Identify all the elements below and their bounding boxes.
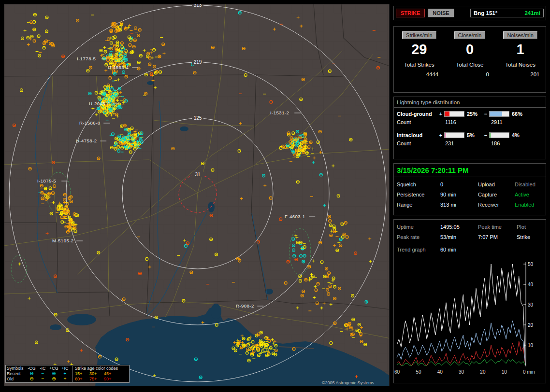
svg-text:60: 60 — [394, 369, 400, 375]
noises-rate-value: 1 — [517, 42, 524, 57]
cloud-ground-label: Cloud-ground — [397, 111, 438, 117]
total-noises-label: Total Noises — [505, 62, 536, 68]
close-per-min-label: Close/min — [454, 31, 486, 39]
svg-text:I-1879-5: I-1879-5 — [37, 178, 56, 183]
total-noises-value: 201 — [495, 71, 546, 77]
cg-minus-count: 2911 — [491, 119, 503, 125]
svg-text:R-1586-8: R-1586-8 — [79, 120, 101, 126]
bearing-label: Bng 151° — [474, 10, 497, 16]
control-bar: STRIKE NOISE Bng 151° 241mi — [393, 6, 546, 20]
age-90: 90+ — [104, 377, 118, 382]
old-cg-plus-icon: ⊕ — [48, 377, 59, 382]
datetime-display: 3/15/2026 7:20:11 PM — [394, 164, 546, 177]
bearing-value: 241mi — [524, 10, 540, 16]
close-rate-value: 0 — [466, 42, 474, 57]
trend-header-row: Trend graph 60 min — [394, 247, 546, 252]
svg-text:50: 50 — [528, 262, 534, 267]
ic-plus-pct: 5% — [465, 132, 483, 138]
uptime-value: 1495:05 — [440, 224, 478, 230]
total-strikes-label: Total Strikes — [404, 62, 434, 68]
map-legend: Symbols -CG -IC +CG +IC Recent ⊖ − ⊕ + O… — [5, 365, 130, 383]
svg-text:U-2045-2: U-2045-2 — [89, 101, 110, 106]
upload-value: Disabled — [515, 182, 536, 187]
status-row: Squelch 0 Upload Disabled — [394, 182, 546, 187]
peak-time-value: 7:07 PM — [478, 234, 517, 240]
intracloud-row: Intracloud + 5% − 4% — [394, 132, 546, 138]
map-canvas: 31321912531I-1778-5U-4563-4U-2045-2R-158… — [4, 4, 390, 386]
legend-symbols: Symbols -CG -IC +CG +IC Recent ⊖ − ⊕ + O… — [7, 366, 72, 382]
trend-window-value: 60 min — [440, 247, 478, 252]
distribution-panel: Lightning type distribution Cloud-ground… — [393, 97, 546, 159]
total-close-value: 0 — [445, 71, 495, 77]
svg-text:40: 40 — [528, 282, 534, 287]
ic-minus-bar — [489, 132, 509, 138]
svg-text:313: 313 — [194, 4, 202, 8]
svg-text:20: 20 — [480, 369, 486, 375]
session-panel: Uptime 1495:05 Peak time Plot Peak rate … — [393, 219, 546, 383]
age-15: 15+ — [75, 371, 89, 377]
svg-text:50: 50 — [416, 369, 421, 375]
status-panel: 3/15/2026 7:20:11 PM Squelch 0 Upload Di… — [393, 163, 546, 215]
strikes-column: Strikes/min 29 Total Strikes 4444 — [394, 31, 445, 92]
receiver-value: Enabled — [515, 202, 534, 208]
svg-text:F-4603-1: F-4603-1 — [285, 214, 305, 219]
ic-minus-pct: 4% — [510, 132, 528, 138]
bearing-display: Bng 151° 241mi — [470, 9, 544, 17]
strike-map[interactable]: 31321912531I-1778-5U-4563-4U-2045-2R-158… — [4, 4, 390, 386]
noises-per-min-label: Noises/min — [503, 31, 537, 39]
svg-text:U-4563-4: U-4563-4 — [108, 65, 129, 70]
peak-rate-label: Peak rate — [397, 234, 440, 240]
strike-button[interactable]: STRIKE — [396, 9, 425, 17]
svg-text:10: 10 — [528, 343, 534, 348]
svg-text:0 min: 0 min — [523, 369, 535, 375]
strikes-per-min-label: Strikes/min — [402, 31, 436, 39]
trend-graph-label: Trend graph — [397, 247, 440, 252]
plus-sign: + — [438, 111, 443, 117]
copyright-text: ©2005 Astrogenic Systems — [322, 380, 374, 385]
stats-panel: Strikes/min 29 Total Strikes 4444 Close/… — [393, 26, 546, 93]
cg-plus-pct: 25% — [465, 111, 483, 117]
minus-sign: − — [483, 132, 488, 138]
noise-button[interactable]: NOISE — [428, 9, 454, 17]
range-label: Range — [397, 202, 440, 208]
svg-text:20: 20 — [528, 322, 534, 328]
peak-time-label: Peak time — [478, 224, 517, 230]
age-60: 60+ — [75, 377, 89, 382]
svg-text:I-1531-2: I-1531-2 — [270, 110, 289, 115]
trend-graph: 50403020106050403020100 min — [394, 259, 546, 381]
cloud-ground-row: Cloud-ground + 25% − 66% — [394, 111, 546, 117]
peak-rate-value: 53/min — [440, 234, 478, 240]
receiver-label: Receiver — [478, 202, 515, 208]
svg-text:30: 30 — [459, 369, 464, 375]
session-row: Uptime 1495:05 Peak time Plot — [394, 224, 546, 230]
capture-value: Active — [515, 192, 529, 197]
range-value: 313 mi — [440, 202, 478, 208]
ic-minus-count: 186 — [491, 140, 500, 146]
uptime-label: Uptime — [397, 224, 440, 230]
plot-label: Plot — [517, 224, 526, 230]
legend-symbols-title: Symbols — [7, 366, 26, 371]
svg-text:U-4758-2: U-4758-2 — [76, 138, 97, 143]
upload-label: Upload — [478, 182, 515, 187]
persistence-label: Persistence — [397, 192, 440, 197]
total-close-label: Total Close — [456, 62, 484, 68]
cg-plus-bar — [444, 111, 464, 117]
squelch-value: 0 — [440, 182, 478, 187]
distribution-title: Lightning type distribution — [394, 97, 546, 108]
old-cg-minus-icon: ⊖ — [26, 377, 37, 382]
plus-sign: + — [438, 132, 443, 138]
status-row: Range 313 mi Receiver Enabled — [394, 202, 546, 208]
intracloud-label: Intracloud — [397, 132, 438, 138]
age-45: 45+ — [104, 371, 118, 377]
intracloud-count-row: Count 231 186 — [394, 140, 546, 146]
old-ic-plus-icon: + — [59, 377, 71, 382]
svg-text:10: 10 — [502, 369, 507, 375]
total-strikes-value: 4444 — [394, 71, 445, 77]
svg-text:40: 40 — [437, 369, 443, 375]
svg-text:125: 125 — [194, 115, 202, 121]
svg-text:R-908-2: R-908-2 — [236, 303, 254, 308]
count-label: Count — [397, 119, 445, 125]
svg-text:M-5105-2: M-5105-2 — [52, 238, 74, 243]
cg-minus-bar — [489, 111, 509, 117]
cloud-ground-count-row: Count 1116 2911 — [394, 119, 546, 125]
